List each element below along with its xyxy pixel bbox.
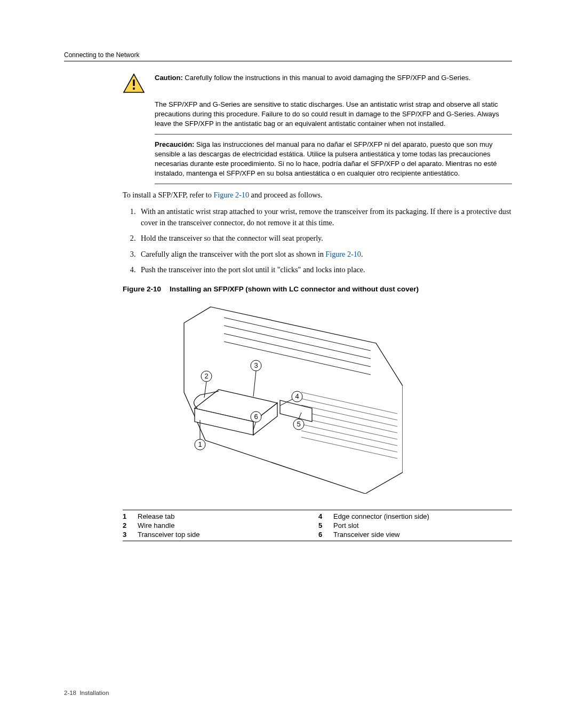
step-2: Hold the transceiver so that the connect…: [138, 233, 512, 244]
svg-text:2: 2: [204, 372, 208, 380]
legend-num: 4: [318, 512, 331, 520]
legend-num: 3: [123, 531, 135, 539]
header-rule: [64, 61, 512, 61]
caution-es: Precaución: Siga las instrucciones del m…: [155, 140, 512, 178]
intro-text: To install a SFP/XFP, refer to Figure 2-…: [123, 189, 512, 201]
caution-end-rule: [155, 184, 512, 184]
svg-text:5: 5: [297, 420, 300, 428]
legend-num: 1: [123, 512, 135, 520]
step-4: Push the transceiver into the port slot …: [138, 264, 512, 275]
legend-num: 2: [123, 521, 135, 529]
install-steps: With an antistatic wrist strap attached …: [123, 206, 512, 275]
svg-text:6: 6: [254, 413, 258, 421]
legend-num: 5: [318, 521, 331, 529]
figure-ref-link-2[interactable]: Figure 2-10: [325, 250, 361, 258]
legend-text: Release tab: [138, 512, 316, 520]
running-header: Connecting to the Network: [64, 51, 512, 59]
legend-text: Wire handle: [138, 521, 316, 529]
legend-text: Transceiver top side: [138, 531, 316, 539]
caution-icon: [123, 73, 145, 94]
caution-divider: [155, 134, 512, 134]
caution-en-2: The SFP/XFP and G-Series are sensitive t…: [155, 100, 512, 129]
caution-en-1: Caution: Carefully follow the instructio…: [155, 73, 470, 83]
svg-rect-1: [133, 80, 134, 86]
svg-text:1: 1: [198, 440, 202, 448]
svg-rect-2: [133, 88, 134, 90]
step-1: With an antistatic wrist strap attached …: [138, 206, 512, 229]
figure-ref-link[interactable]: Figure 2-10: [213, 191, 249, 199]
page-footer: 2-18 Installation: [64, 690, 109, 696]
svg-text:4: 4: [295, 392, 299, 400]
figure-caption: Figure 2-10Installing an SFP/XFP (shown …: [123, 285, 512, 293]
legend-text: Edge connector (insertion side): [333, 512, 512, 520]
svg-text:3: 3: [254, 361, 258, 369]
step-3: Carefully align the transceiver with the…: [138, 249, 512, 260]
callout-legend: 1 Release tab 4 Edge connector (insertio…: [123, 510, 512, 541]
legend-text: Port slot: [333, 521, 512, 529]
legend-num: 6: [318, 531, 331, 539]
figure-2-10-illustration: 3 2 4 6 5 1: [173, 302, 403, 494]
legend-text: Transceiver side view: [333, 531, 512, 539]
